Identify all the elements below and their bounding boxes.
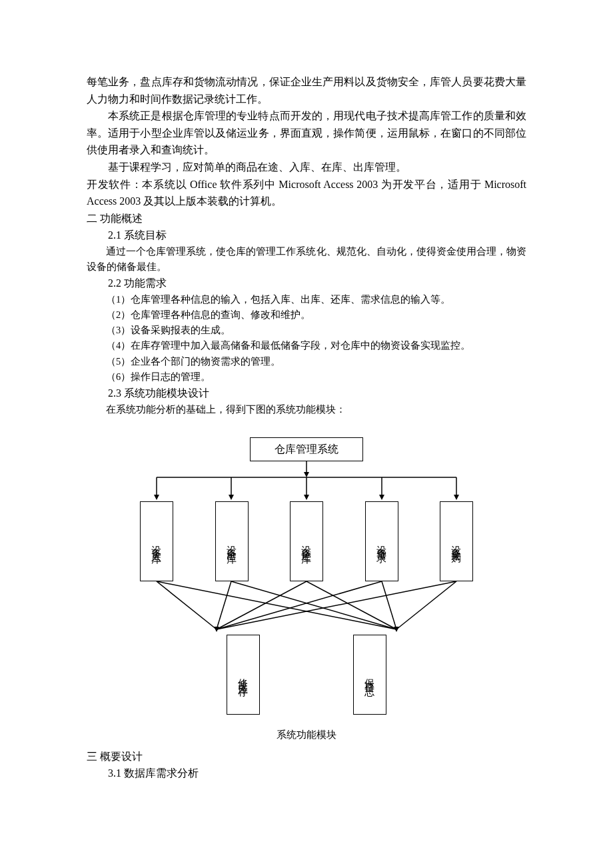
svg-line-21 bbox=[306, 581, 396, 629]
diagram-system-modules: 仓库管理系统 设备入库 设备出库 设备还库 设备需求 设备采购 bbox=[140, 437, 473, 715]
diagram-l2-box-2: 设备出库 bbox=[215, 501, 249, 581]
svg-marker-4 bbox=[154, 495, 159, 500]
diagram-l3-box-2: 保存日志 bbox=[353, 635, 386, 715]
svg-line-17 bbox=[217, 581, 456, 629]
document-page: 每笔业务，盘点库存和货物流动情况，保证企业生产用料以及货物安全，库管人员要花费大… bbox=[0, 0, 613, 868]
heading-section-2: 二 功能概述 bbox=[87, 210, 526, 227]
paragraph-intro-2: 本系统正是根据仓库管理的专业特点而开发的，用现代电子技术提高库管工作的质量和效率… bbox=[87, 107, 526, 159]
svg-line-23 bbox=[396, 581, 456, 629]
svg-marker-8 bbox=[304, 495, 309, 500]
diagram-caption: 系统功能模块 bbox=[87, 727, 526, 743]
svg-line-13 bbox=[157, 581, 217, 629]
heading-2-2: 2.2 功能需求 bbox=[87, 275, 526, 292]
paragraph-dev-software: 开发软件：本系统以 Office 软件系列中 Microsoft Access … bbox=[87, 176, 526, 210]
diagram-l3-label-1: 修改库存 bbox=[235, 671, 251, 681]
diagram-l2-label-4: 设备需求 bbox=[374, 537, 390, 548]
req-item-2: （2）仓库管理各种信息的查询、修改和维护。 bbox=[87, 307, 526, 323]
diagram-l2-label-3: 设备还库 bbox=[299, 537, 314, 548]
diagram-root-label: 仓库管理系统 bbox=[275, 441, 338, 458]
diagram-l2-box-4: 设备需求 bbox=[365, 501, 398, 581]
req-item-1: （1）仓库管理各种信息的输入，包括入库、出库、还库、需求信息的输入等。 bbox=[87, 292, 526, 307]
svg-line-15 bbox=[217, 581, 306, 629]
diagram-l2-box-5: 设备采购 bbox=[440, 501, 473, 581]
diagram-connector-top bbox=[140, 461, 473, 501]
heading-2-1: 2.1 系统目标 bbox=[87, 227, 526, 244]
diagram-level3-row: 修改库存 保存日志 bbox=[140, 635, 473, 715]
diagram-l2-label-2: 设备出库 bbox=[224, 537, 240, 548]
diagram-l2-box-3: 设备还库 bbox=[290, 501, 323, 581]
diagram-connector-bottom bbox=[140, 581, 473, 635]
svg-marker-1 bbox=[304, 472, 309, 477]
req-item-3: （3）设备采购报表的生成。 bbox=[87, 323, 526, 338]
req-item-4: （4）在库存管理中加入最高储备和最低储备字段，对仓库中的物资设备实现监控。 bbox=[87, 338, 526, 353]
heading-3-1: 3.1 数据库需求分析 bbox=[87, 765, 526, 782]
diagram-level2-row: 设备入库 设备出库 设备还库 设备需求 设备采购 bbox=[140, 501, 473, 581]
diagram-l3-box-1: 修改库存 bbox=[227, 635, 260, 715]
diagram-l2-label-5: 设备采购 bbox=[448, 537, 464, 548]
svg-line-16 bbox=[217, 581, 382, 629]
svg-marker-12 bbox=[454, 495, 459, 500]
req-item-6: （6）操作日志的管理。 bbox=[87, 369, 526, 385]
svg-marker-6 bbox=[229, 495, 234, 500]
paragraph-2-3-body: 在系统功能分析的基础上，得到下图的系统功能模块： bbox=[87, 402, 526, 417]
heading-section-3: 三 概要设计 bbox=[87, 748, 526, 765]
diagram-root-box: 仓库管理系统 bbox=[250, 437, 363, 461]
diagram-l2-box-1: 设备入库 bbox=[140, 501, 173, 581]
heading-2-3: 2.3 系统功能模块设计 bbox=[87, 385, 526, 402]
req-item-5: （5）企业各个部门的物资需求的管理。 bbox=[87, 354, 526, 369]
paragraph-intro-3: 基于课程学习，应对简单的商品在途、入库、在库、出库管理。 bbox=[87, 159, 526, 176]
svg-line-19 bbox=[157, 581, 396, 629]
svg-line-20 bbox=[231, 581, 396, 629]
paragraph-intro-1: 每笔业务，盘点库存和货物流动情况，保证企业生产用料以及货物安全，库管人员要花费大… bbox=[87, 73, 526, 107]
diagram-l2-label-1: 设备入库 bbox=[149, 537, 165, 548]
svg-marker-10 bbox=[379, 495, 384, 500]
diagram-l3-label-2: 保存日志 bbox=[362, 671, 378, 681]
paragraph-2-1-body: 通过一个仓库管理系统，使仓库的管理工作系统化、规范化、自动化，使得资金使用合理，… bbox=[87, 244, 526, 275]
